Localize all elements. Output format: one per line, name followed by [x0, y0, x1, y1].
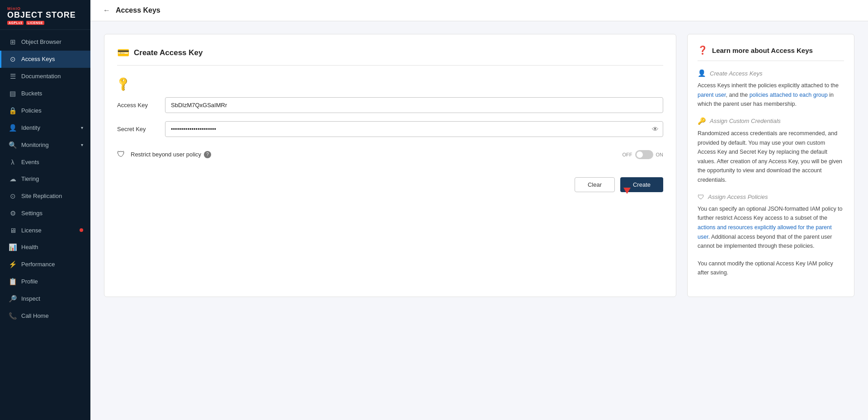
- inspect-icon: 🔎: [9, 295, 17, 303]
- back-button[interactable]: ←: [103, 6, 110, 14]
- info-section-body2-policies: You cannot modify the optional Access Ke…: [698, 259, 844, 278]
- secret-key-field: Secret Key 👁: [117, 121, 663, 137]
- info-credentials-icon: 🔑: [698, 117, 706, 125]
- settings-icon: ⚙: [9, 209, 17, 217]
- sidebar-item-performance[interactable]: ⚡ Performance: [0, 256, 90, 273]
- sidebar-item-monitoring[interactable]: 🔍 Monitoring ▾: [0, 137, 90, 154]
- sidebar-item-settings[interactable]: ⚙ Settings: [0, 205, 90, 222]
- form-card-title-row: 💳 Create Access Key: [117, 47, 663, 66]
- logo-main: OBJECT STORE: [7, 11, 76, 20]
- info-section-title-policies: Assign Access Policies: [708, 193, 768, 200]
- policies-icon: 🔒: [9, 107, 17, 115]
- sidebar-item-access-keys[interactable]: ⊙ Access Keys: [0, 51, 90, 68]
- sidebar-item-inspect[interactable]: 🔎 Inspect: [0, 290, 90, 307]
- access-key-input[interactable]: [165, 97, 663, 113]
- call-home-icon: 📞: [9, 312, 17, 320]
- key-decorative-icon: 🔑: [115, 76, 132, 92]
- create-access-key-card: 💳 Create Access Key 🔑 Access Key Secret …: [104, 34, 676, 297]
- toggle-row: OFF ON: [623, 150, 664, 159]
- sidebar-label-events: Events: [21, 159, 83, 165]
- sidebar-label-monitoring: Monitoring: [21, 142, 75, 148]
- sidebar-label-call-home: Call Home: [21, 312, 83, 319]
- sidebar-label-tiering: Tiering: [21, 175, 83, 182]
- secret-key-label: Secret Key: [117, 126, 158, 132]
- identity-icon: 👤: [9, 124, 17, 132]
- sidebar-label-site-replication: Site Replication: [21, 193, 83, 199]
- access-key-field: Access Key: [117, 97, 663, 113]
- info-card-header: ❓ Learn more about Access Keys: [698, 45, 844, 61]
- sidebar-nav: ⊞ Object Browser ⊙ Access Keys ☰ Documen…: [0, 30, 90, 420]
- license-badge-dot: [80, 228, 83, 232]
- monitoring-expand-icon: ▾: [81, 142, 83, 147]
- page-title: Access Keys: [116, 6, 160, 14]
- secret-key-row: 👁: [165, 121, 663, 137]
- sidebar-item-health[interactable]: 📊 Health: [0, 239, 90, 256]
- sidebar-item-policies[interactable]: 🔒 Policies: [0, 102, 90, 119]
- shield-policy-icon: 🛡: [117, 150, 125, 159]
- health-icon: 📊: [9, 243, 17, 251]
- show-password-icon[interactable]: 👁: [652, 125, 659, 133]
- sidebar-label-performance: Performance: [21, 261, 83, 268]
- object-browser-icon: ⊞: [9, 38, 17, 46]
- sidebar-label-inspect: Inspect: [21, 295, 83, 302]
- sidebar-label-policies: Policies: [21, 107, 83, 114]
- info-section-header-policies: 🛡 Assign Access Policies: [698, 193, 844, 201]
- toggle-knob: [637, 151, 643, 158]
- sidebar-item-object-browser[interactable]: ⊞ Object Browser: [0, 33, 90, 51]
- link-parent-user[interactable]: parent user: [698, 92, 726, 98]
- page-content-area: 💳 Create Access Key 🔑 Access Key Secret …: [90, 21, 868, 310]
- sidebar-item-tiering[interactable]: ☁ Tiering: [0, 170, 90, 188]
- info-section-body-credentials: Randomized access credentials are recomm…: [698, 129, 844, 185]
- secret-key-input[interactable]: [165, 121, 663, 137]
- identity-expand-icon: ▾: [81, 125, 83, 130]
- sidebar-label-documentation: Documentation: [21, 73, 83, 80]
- policy-help-icon[interactable]: ?: [204, 151, 211, 158]
- info-policies-icon: 🛡: [698, 193, 704, 201]
- access-keys-icon: ⊙: [9, 55, 17, 63]
- tiering-icon: ☁: [9, 175, 17, 183]
- monitoring-icon: 🔍: [9, 141, 17, 149]
- logo-badge-tag: AGPLv3: [7, 21, 24, 25]
- restrict-policy-toggle[interactable]: [635, 150, 653, 159]
- sidebar-item-call-home[interactable]: 📞 Call Home: [0, 307, 90, 325]
- sidebar-item-identity[interactable]: 👤 Identity ▾: [0, 119, 90, 137]
- sidebar-label-identity: Identity: [21, 124, 75, 131]
- sidebar-item-buckets[interactable]: ▤ Buckets: [0, 85, 90, 102]
- sidebar-label-object-browser: Object Browser: [21, 38, 83, 45]
- restrict-policy-label: Restrict beyond user policy ?: [131, 151, 617, 158]
- toggle-on-label: ON: [656, 152, 664, 157]
- logo-badge-label: LICENSE: [26, 21, 44, 25]
- form-buttons-area: Clear Create: [117, 177, 663, 188]
- events-icon: λ: [9, 158, 17, 166]
- performance-icon: ⚡: [9, 260, 17, 269]
- info-section-header-create: 👤 Create Access Keys: [698, 69, 844, 77]
- arrow-head: [623, 188, 631, 194]
- logo-area: MinIO OBJECT STORE AGPLv3 LICENSE: [0, 0, 90, 30]
- link-policies[interactable]: policies attached to each group: [750, 92, 828, 98]
- restrict-policy-row: 🛡 Restrict beyond user policy ? OFF ON: [117, 145, 663, 164]
- sidebar-item-license[interactable]: 🖥 License: [0, 222, 90, 239]
- info-section-title-credentials: Assign Custom Credentials: [710, 118, 781, 124]
- sidebar-item-profile[interactable]: 📋 Profile: [0, 273, 90, 290]
- documentation-icon: ☰: [9, 72, 17, 80]
- info-section-credentials: 🔑 Assign Custom Credentials Randomized a…: [698, 117, 844, 185]
- sidebar-label-access-keys: Access Keys: [21, 56, 83, 62]
- sidebar-label-profile: Profile: [21, 278, 83, 285]
- info-create-icon: 👤: [698, 69, 706, 77]
- link-actions[interactable]: actions and resources explicitly allowed…: [698, 224, 832, 240]
- toggle-off-label: OFF: [623, 152, 632, 157]
- clear-button[interactable]: Clear: [575, 177, 615, 192]
- info-section-header-credentials: 🔑 Assign Custom Credentials: [698, 117, 844, 125]
- profile-icon: 📋: [9, 278, 17, 286]
- action-buttons: Clear Create: [117, 177, 663, 192]
- key-icon-row: 🔑: [117, 78, 663, 90]
- info-section-title-create: Create Access Keys: [710, 70, 763, 77]
- sidebar-item-site-replication[interactable]: ⊙ Site Replication: [0, 188, 90, 205]
- info-section-policies: 🛡 Assign Access Policies You can specify…: [698, 193, 844, 278]
- access-key-label: Access Key: [117, 102, 158, 109]
- form-card-title: Create Access Key: [134, 48, 203, 57]
- sidebar-item-documentation[interactable]: ☰ Documentation: [0, 68, 90, 85]
- sidebar-item-events[interactable]: λ Events: [0, 154, 90, 170]
- site-replication-icon: ⊙: [9, 192, 17, 200]
- info-section-body-create: Access Keys inherit the policies explici…: [698, 81, 844, 109]
